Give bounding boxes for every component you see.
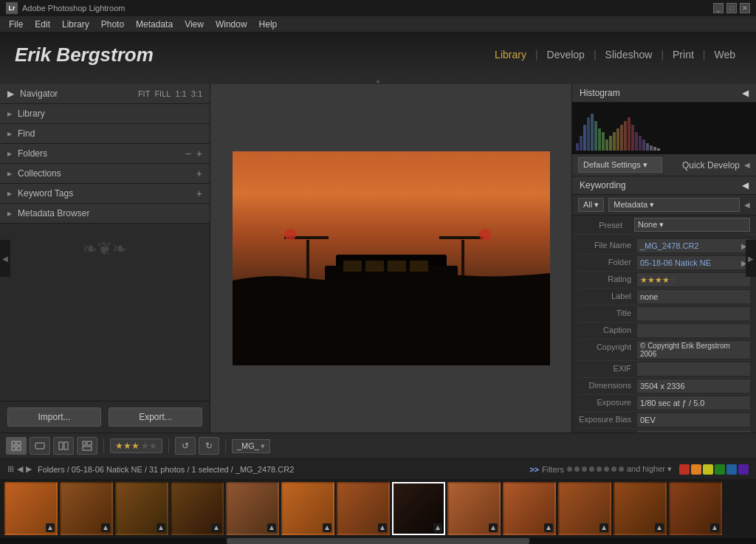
zoom-3-1[interactable]: 3:1 [191, 89, 202, 98]
import-button[interactable]: Import... [7, 407, 101, 427]
meta-title-value[interactable] [637, 307, 750, 320]
view-survey-button[interactable] [77, 437, 97, 455]
meta-rating-value[interactable]: ★★★★☆ [637, 273, 750, 286]
left-panel-collapse[interactable]: ◀ [0, 240, 10, 277]
thumb-11[interactable] [558, 482, 611, 535]
thumb-8-selected[interactable] [392, 482, 445, 535]
rotate-right-button[interactable]: ↻ [199, 437, 219, 455]
collections-header[interactable]: ▶ Collections + [0, 164, 210, 183]
find-header[interactable]: ▶ Find [0, 124, 210, 143]
thumb-10[interactable] [503, 482, 556, 535]
histogram-section-header[interactable]: Histogram ◀ [572, 84, 756, 103]
rotate-left-button[interactable]: ↺ [175, 437, 196, 455]
navigator-section-header[interactable]: ▶ Navigator FIT FILL 1:1 3:1 [0, 84, 210, 104]
metadata-filter-dropdown[interactable]: Metadata ▾ [608, 198, 740, 212]
menu-metadata[interactable]: Metadata [130, 19, 179, 30]
view-compare-button[interactable] [53, 437, 74, 455]
metadata-browser-header[interactable]: ▶ Metadata Browser [0, 204, 210, 223]
tab-slideshow[interactable]: Slideshow [599, 49, 659, 61]
menu-view[interactable]: View [179, 19, 210, 30]
menu-edit[interactable]: Edit [29, 19, 56, 30]
filmstrip-grid-icon[interactable]: ⊞ [7, 464, 14, 474]
filter-dot-4[interactable] [589, 466, 594, 472]
metadata-table: File Name _MG_2478.CR2 ▶ Folder 05-18-06… [572, 235, 756, 433]
metadata-collapse-arrow[interactable]: ◀ [744, 201, 750, 209]
histogram-collapse-arrow[interactable]: ◀ [742, 88, 749, 98]
folders-header[interactable]: ▶ Folders − + [0, 144, 210, 163]
color-filter-orange[interactable] [691, 464, 701, 475]
meta-label-value[interactable]: none [637, 290, 750, 303]
tab-library[interactable]: Library [489, 49, 532, 61]
thumb-2[interactable] [60, 482, 113, 535]
filter-dot-8[interactable] [619, 466, 624, 472]
filmstrip-next-button[interactable]: ▶ [26, 464, 32, 474]
quick-develop-label[interactable]: Quick Develop [667, 160, 740, 171]
view-grid-button[interactable] [6, 437, 27, 455]
thumb-3[interactable] [115, 482, 168, 535]
maximize-button[interactable]: □ [726, 3, 737, 13]
filmstrip-prev-button[interactable]: ◀ [17, 464, 23, 474]
meta-caption-value[interactable] [637, 324, 750, 337]
menu-help[interactable]: Help [253, 19, 284, 30]
photo-view[interactable] [233, 151, 550, 365]
keywording-section-header[interactable]: Keywording ◀ [572, 176, 756, 195]
color-filter-purple[interactable] [738, 464, 749, 475]
filter-dot-5[interactable] [597, 466, 602, 472]
thumb-6[interactable] [281, 482, 334, 535]
stars-filter[interactable]: ★★★ ★★ [110, 438, 162, 453]
thumb-4[interactable] [171, 482, 224, 535]
filename-dropdown-arrow[interactable]: ▾ [261, 441, 265, 451]
filter-dot-1[interactable] [567, 466, 572, 472]
color-filter-green[interactable] [715, 464, 725, 475]
filter-dot-7[interactable] [611, 466, 616, 472]
thumb-13[interactable] [669, 482, 722, 535]
filmstrip-scrollbar[interactable] [0, 538, 756, 544]
folders-plus-button[interactable]: + [196, 148, 202, 159]
filter-dot-6[interactable] [604, 466, 609, 472]
tab-print[interactable]: Print [667, 49, 700, 61]
menu-photo[interactable]: Photo [95, 19, 130, 30]
meta-filename-value[interactable]: _MG_2478.CR2 ▶ [637, 239, 750, 252]
view-loupe-button[interactable] [30, 437, 50, 455]
thumb-9[interactable] [447, 482, 501, 535]
meta-folder-value[interactable]: 05-18-06 Natick NE ▶ [637, 256, 750, 269]
filter-dot-2[interactable] [574, 466, 580, 472]
filename-display[interactable]: _MG_ ▾ [232, 439, 270, 453]
zoom-1-1[interactable]: 1:1 [175, 89, 186, 98]
color-filter-red[interactable] [679, 464, 690, 475]
thumb-5[interactable] [226, 482, 279, 535]
zoom-fill[interactable]: FILL [154, 89, 171, 98]
all-filter-dropdown[interactable]: All ▾ [578, 198, 604, 212]
meta-copyright-value[interactable]: © Copyright Erik Bergstrom 2006 [637, 341, 750, 359]
color-filter-yellow[interactable] [703, 464, 713, 475]
color-filter-blue[interactable] [726, 464, 737, 475]
export-button[interactable]: Export... [109, 407, 202, 427]
zoom-fit[interactable]: FIT [138, 89, 151, 98]
window-controls[interactable]: _ □ ✕ [713, 3, 750, 13]
close-button[interactable]: ✕ [740, 3, 750, 13]
and-higher-dropdown[interactable]: and higher ▾ [627, 464, 672, 474]
keyword-tags-plus-button[interactable]: + [196, 187, 202, 199]
quick-develop-collapse[interactable]: ◀ [744, 161, 750, 169]
thumb-1[interactable] [4, 482, 58, 535]
minimize-button[interactable]: _ [713, 3, 724, 13]
tab-web[interactable]: Web [708, 49, 741, 61]
preset-row: Preset None ▾ [572, 216, 756, 235]
library-header[interactable]: ▶ Library [0, 104, 210, 123]
scrollbar-thumb[interactable] [227, 538, 529, 544]
collections-plus-button[interactable]: + [196, 168, 202, 179]
thumb-7[interactable] [337, 482, 390, 535]
keywording-collapse-arrow[interactable]: ◀ [742, 180, 749, 190]
right-panel-collapse[interactable]: ▶ [746, 240, 756, 277]
preset-dropdown[interactable]: None ▾ [634, 218, 750, 232]
filter-dot-3[interactable] [582, 466, 587, 472]
keyword-tags-header[interactable]: ▶ Keyword Tags + [0, 184, 210, 203]
scroll-arrow-up[interactable]: ▲ [375, 78, 381, 84]
default-settings-dropdown[interactable]: Default Settings ▾ [578, 157, 662, 173]
menu-window[interactable]: Window [210, 19, 253, 30]
tab-develop[interactable]: Develop [541, 49, 591, 61]
menu-file[interactable]: File [3, 19, 29, 30]
thumb-12[interactable] [614, 482, 667, 535]
menu-library[interactable]: Library [56, 19, 95, 30]
folders-minus-button[interactable]: − [185, 148, 191, 159]
